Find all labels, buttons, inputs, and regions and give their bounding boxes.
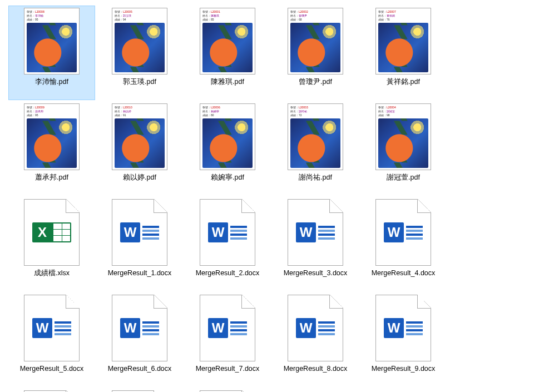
- file-thumbnail: W: [16, 295, 88, 361]
- file-item[interactable]: WMergeResult_2.docx: [184, 197, 271, 291]
- pdf-thumbnail: 學號：L20006姓名：賴婉寧成績：80: [200, 103, 255, 170]
- owl-artwork-icon: [115, 118, 165, 168]
- owl-artwork-icon: [378, 118, 428, 168]
- file-grid: 學號：L20008姓名：李沛愉成績：95李沛愉.pdf學號：L20005姓名：郭…: [8, 6, 531, 392]
- file-label: MergeResult_1.docx: [108, 269, 172, 277]
- word-icon: W: [296, 222, 335, 242]
- file-label: MergeResult_7.docx: [196, 365, 260, 373]
- docx-thumbnail: W: [112, 295, 167, 361]
- file-thumbnail: W: [367, 295, 439, 361]
- file-thumbnail: W: [103, 199, 176, 266]
- word-icon: W: [208, 318, 247, 338]
- file-item[interactable]: WMergeResult_9.docx: [360, 292, 447, 387]
- file-item[interactable]: 學號：L20008姓名：李沛愉成績：95李沛愉.pdf: [8, 6, 95, 100]
- file-label: MergeResult_2.docx: [196, 269, 260, 277]
- file-label: 曾瓊尹.pdf: [299, 78, 332, 86]
- file-item[interactable]: WMergeResult_8.docx: [272, 292, 359, 387]
- file-thumbnail: 學號：L20008姓名：李沛愉成績：95: [16, 8, 88, 75]
- file-item[interactable]: 學號：L20007姓名：黃祥銘成績：76黃祥銘.pdf: [360, 6, 447, 100]
- file-label: 黃祥銘.pdf: [387, 78, 420, 86]
- file-item[interactable]: WMergeResult_6.docx: [96, 292, 183, 387]
- file-thumbnail: X: [16, 199, 88, 266]
- file-label: MergeResult_9.docx: [372, 365, 436, 373]
- file-item[interactable]: 學號：L20001姓名：陳雅琪成績：85陳雅琪.pdf: [184, 6, 271, 100]
- file-item[interactable]: W!將每一筆記錄輸出成一個檔案.docm: [184, 388, 271, 392]
- word-icon: W: [32, 318, 71, 338]
- word-icon: W: [384, 318, 423, 338]
- docx-thumbnail: W: [24, 295, 80, 361]
- pdf-thumbnail: 學號：L20003姓名：謝尚祐成績：72: [288, 103, 343, 170]
- pdf-thumbnail: 學號：L20010姓名：賴以婷成績：91: [112, 103, 167, 170]
- file-label: MergeResult_8.docx: [284, 365, 348, 373]
- pdf-thumbnail: 學號：L20004姓名：謝冠萱成績：98: [375, 103, 431, 170]
- pdf-thumbnail: 學號：L20005姓名：郭玉瑛成績：94: [112, 8, 167, 75]
- file-thumbnail: W: [191, 295, 264, 361]
- owl-artwork-icon: [202, 23, 253, 72]
- docx-thumbnail: W: [375, 295, 431, 361]
- pdf-thumbnail: 學號：L20008姓名：李沛愉成績：95: [24, 8, 80, 75]
- file-thumbnail: W: [367, 199, 439, 266]
- file-item[interactable]: X成績檔.xlsx: [8, 197, 95, 291]
- file-label: 蕭承邦.pdf: [35, 173, 68, 182]
- owl-artwork-icon: [290, 23, 340, 72]
- file-item[interactable]: 學號：L20006姓名：賴婉寧成績：80賴婉寧.pdf: [184, 101, 271, 196]
- docx-thumbnail: W: [375, 199, 431, 266]
- file-label: 成績檔.xlsx: [34, 269, 70, 277]
- file-thumbnail: 學號：L20007姓名：黃祥銘成績：76: [367, 8, 439, 75]
- docx-thumbnail: W: [200, 295, 255, 361]
- owl-artwork-icon: [115, 23, 165, 72]
- file-item[interactable]: WMergeResult_10.docx: [8, 388, 95, 392]
- file-item[interactable]: WMergeResult_5.docx: [8, 292, 95, 387]
- file-label: MergeResult_5.docx: [20, 365, 84, 373]
- file-item[interactable]: 學號：L20003姓名：謝尚祐成績：72謝尚祐.pdf: [272, 101, 359, 196]
- docx-thumbnail: W: [200, 199, 255, 266]
- word-icon: W: [384, 222, 423, 242]
- file-label: 謝冠萱.pdf: [387, 173, 420, 182]
- file-label: MergeResult_3.docx: [284, 269, 348, 277]
- file-item[interactable]: 學號：L20009姓名：蕭承邦成績：95蕭承邦.pdf: [8, 101, 95, 196]
- file-thumbnail: W: [279, 199, 352, 266]
- excel-icon: X: [32, 222, 71, 242]
- file-thumbnail: W: [279, 295, 352, 361]
- file-thumbnail: W: [103, 295, 176, 361]
- file-label: 李沛愉.pdf: [35, 78, 68, 86]
- file-thumbnail: 學號：L20003姓名：謝尚祐成績：72: [279, 103, 352, 170]
- file-item[interactable]: 學號：L20010姓名：賴以婷成績：91賴以婷.pdf: [96, 101, 183, 196]
- file-thumbnail: W: [191, 199, 264, 266]
- file-thumbnail: 學號：L20006姓名：賴婉寧成績：80: [191, 103, 264, 170]
- file-thumbnail: 學號：L20009姓名：蕭承邦成績：95: [16, 103, 88, 170]
- file-label: 陳雅琪.pdf: [211, 78, 244, 86]
- file-label: 賴以婷.pdf: [123, 173, 156, 182]
- pdf-thumbnail: 學號：L20009姓名：蕭承邦成績：95: [24, 103, 80, 170]
- file-item[interactable]: 學號：L20002姓名：曾瓊尹成績：68曾瓊尹.pdf: [272, 6, 359, 100]
- file-item[interactable]: 學號：L20005姓名：郭玉瑛成績：94郭玉瑛.pdf: [96, 6, 183, 100]
- owl-artwork-icon: [290, 118, 340, 168]
- file-item[interactable]: WMergeResult_4.docx: [360, 197, 447, 291]
- word-icon: W: [120, 318, 159, 338]
- file-label: 謝尚祐.pdf: [299, 173, 332, 182]
- word-icon: W: [208, 222, 247, 242]
- pdf-thumbnail: 學號：L20002姓名：曾瓊尹成績：68: [288, 8, 343, 75]
- word-icon: W: [120, 222, 159, 242]
- file-thumbnail: 學號：L20002姓名：曾瓊尹成績：68: [279, 8, 352, 75]
- pdf-thumbnail: 學號：L20007姓名：黃祥銘成績：76: [375, 8, 431, 75]
- owl-artwork-icon: [27, 118, 77, 168]
- word-icon: W: [296, 318, 335, 338]
- owl-artwork-icon: [202, 118, 253, 168]
- file-item[interactable]: W將每一筆記錄輸出成一個檔案.docx: [96, 388, 183, 392]
- file-item[interactable]: WMergeResult_3.docx: [272, 197, 359, 291]
- file-label: MergeResult_6.docx: [108, 365, 172, 373]
- file-label: 郭玉瑛.pdf: [123, 78, 156, 86]
- file-item[interactable]: WMergeResult_1.docx: [96, 197, 183, 291]
- xlsx-thumbnail: X: [24, 199, 80, 266]
- file-thumbnail: 學號：L20001姓名：陳雅琪成績：85: [191, 8, 264, 75]
- file-thumbnail: 學號：L20010姓名：賴以婷成績：91: [103, 103, 176, 170]
- file-item[interactable]: 學號：L20004姓名：謝冠萱成績：98謝冠萱.pdf: [360, 101, 447, 196]
- file-item[interactable]: WMergeResult_7.docx: [184, 292, 271, 387]
- docx-thumbnail: W: [288, 295, 343, 361]
- file-thumbnail: 學號：L20004姓名：謝冠萱成績：98: [367, 103, 439, 170]
- file-label: 賴婉寧.pdf: [211, 173, 244, 182]
- docx-thumbnail: W: [112, 199, 167, 266]
- pdf-thumbnail: 學號：L20001姓名：陳雅琪成績：85: [200, 8, 255, 75]
- docx-thumbnail: W: [288, 199, 343, 266]
